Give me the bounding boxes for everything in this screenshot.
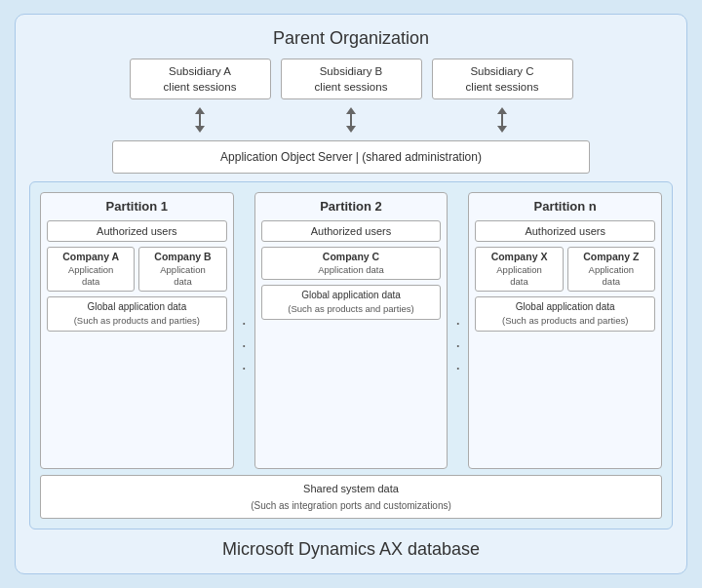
company-b-name: Company B — [141, 251, 223, 264]
company-c-label: Application data — [264, 264, 439, 276]
partition-n-auth: Authorized users — [475, 220, 655, 242]
arrow-up-b — [346, 107, 356, 114]
arrow-slot-a — [130, 107, 271, 133]
arrow-down-a — [195, 126, 205, 133]
arrow-down-c — [497, 126, 507, 133]
shared-data-box: Shared system data (Such as integration … — [40, 475, 662, 519]
arrow-double-a — [195, 107, 205, 133]
company-c-name: Company C — [264, 251, 439, 264]
company-a-label: Applicationdata — [50, 264, 132, 289]
partition-1-box: Partition 1 Authorized users Company A A… — [40, 192, 234, 469]
arrow-line-c — [501, 114, 503, 126]
dots-left: · · · — [242, 192, 247, 469]
aos-box: Application Object Server | (shared admi… — [112, 140, 590, 174]
parent-org-title: Parent Organization — [273, 28, 429, 49]
arrow-line-b — [350, 114, 352, 126]
partition-1-title: Partition 1 — [106, 199, 169, 214]
partition-2-companies: Company C Application data — [261, 247, 442, 280]
partition-n-global: Global application data (Such as product… — [475, 296, 655, 332]
arrow-slot-b — [281, 107, 422, 133]
subsidiary-c-box: Subsidiary Cclient sessions — [432, 59, 573, 99]
partition-1-auth: Authorized users — [47, 220, 227, 242]
inner-container: Partition 1 Authorized users Company A A… — [29, 181, 673, 529]
company-z-box: Company Z Applicationdata — [567, 247, 655, 292]
arrow-double-b — [346, 107, 356, 133]
company-x-label: Applicationdata — [478, 264, 560, 289]
company-x-name: Company X — [478, 251, 560, 264]
company-c-box: Company C Application data — [261, 247, 442, 280]
arrow-line-a — [199, 114, 201, 126]
company-z-label: Applicationdata — [570, 264, 652, 289]
partition-n-title: Partition n — [534, 199, 597, 214]
partition-n-box: Partition n Authorized users Company X A… — [468, 192, 662, 469]
partition-2-global: Global application data (Such as product… — [261, 285, 442, 320]
shared-data-label: Shared system data — [303, 483, 399, 494]
partition-1-companies: Company A Applicationdata Company B Appl… — [47, 247, 227, 292]
company-a-name: Company A — [50, 251, 132, 264]
partition-2-auth: Authorized users — [261, 220, 442, 242]
partition-2-title: Partition 2 — [320, 199, 382, 214]
company-z-name: Company Z — [570, 251, 652, 264]
db-title: Microsoft Dynamics AX database — [222, 539, 480, 560]
arrow-up-a — [195, 107, 205, 114]
arrows-row — [29, 107, 673, 133]
subsidiary-b-box: Subsidiary Bclient sessions — [281, 59, 422, 99]
shared-data-sublabel: (Such as integration ports and customiza… — [251, 500, 451, 511]
arrow-down-b — [346, 126, 356, 133]
arrow-double-c — [497, 107, 507, 133]
subsidiary-a-box: Subsidiary Aclient sessions — [130, 59, 271, 99]
company-a-box: Company A Applicationdata — [47, 247, 135, 292]
partition-n-companies: Company X Applicationdata Company Z Appl… — [475, 247, 655, 292]
arrow-up-c — [497, 107, 507, 114]
company-b-box: Company B Applicationdata — [138, 247, 226, 292]
partition-2-box: Partition 2 Authorized users Company C A… — [254, 192, 448, 469]
dots-right: · · · — [455, 192, 460, 469]
outer-container: Parent Organization Subsidiary Aclient s… — [15, 14, 687, 574]
company-x-box: Company X Applicationdata — [475, 247, 563, 292]
aos-row: Application Object Server | (shared admi… — [29, 140, 673, 174]
company-b-label: Applicationdata — [141, 264, 223, 289]
arrow-slot-c — [432, 107, 573, 133]
partition-1-global: Global application data (Such as product… — [47, 296, 227, 332]
subsidiaries-row: Subsidiary Aclient sessions Subsidiary B… — [29, 59, 673, 99]
partitions-row: Partition 1 Authorized users Company A A… — [40, 192, 662, 469]
